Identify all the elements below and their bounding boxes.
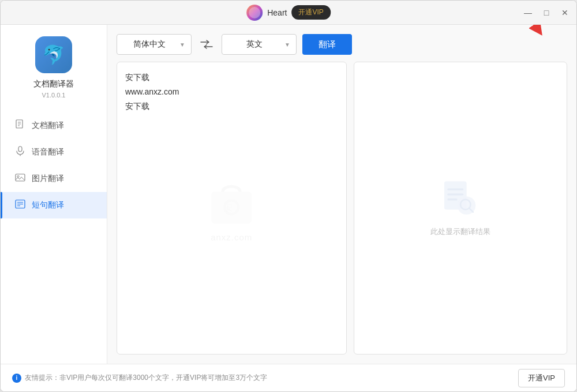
footer: i 友情提示：非VIP用户每次仅可翻译3000个文字，开通VIP将可增加至3万个… — [1, 364, 576, 391]
source-line-2: www.anxz.com — [125, 85, 338, 99]
maximize-button[interactable]: □ — [542, 8, 551, 17]
sidebar-item-image-translate-label: 图片翻译 — [32, 174, 64, 184]
target-lang-select[interactable]: 英文 ▼ — [222, 34, 297, 55]
svg-rect-17 — [447, 189, 463, 191]
avatar — [246, 5, 263, 21]
footer-vip-button[interactable]: 开通VIP — [518, 369, 565, 387]
svg-rect-4 — [18, 146, 22, 152]
watermark-text: anxz.com — [211, 232, 252, 242]
sidebar-item-short-translate[interactable]: 短句翻译 — [1, 192, 107, 218]
svg-rect-19 — [447, 198, 458, 201]
voice-translate-icon — [14, 146, 26, 159]
sidebar-item-doc-translate[interactable]: 文档翻译 — [1, 112, 107, 139]
source-line-1: 安下载 — [125, 70, 338, 85]
app-logo: 🐬 — [35, 36, 72, 73]
svg-point-14 — [224, 201, 238, 214]
result-placeholder-text: 此处显示翻译结果 — [430, 227, 490, 237]
source-lang-chevron-icon: ▼ — [179, 42, 185, 48]
source-lang-label: 简体中文 — [123, 39, 176, 50]
app-version: V1.0.0.1 — [42, 92, 66, 99]
translate-button[interactable]: 翻译 — [302, 34, 352, 55]
sidebar-item-voice-translate[interactable]: 语音翻译 — [1, 139, 107, 165]
target-lang-chevron-icon: ▼ — [284, 42, 290, 48]
sidebar-item-doc-translate-label: 文档翻译 — [32, 120, 64, 131]
svg-rect-6 — [16, 174, 25, 181]
sidebar: 🐬 文档翻译器 V1.0.0.1 文档翻译 — [1, 25, 107, 364]
svg-text:安: 安 — [224, 203, 233, 212]
source-text-panel[interactable]: 安下载 www.anxz.com 安下载 安 — [117, 62, 347, 355]
app-title: 文档翻译器 — [33, 79, 74, 89]
logo-icon: 🐬 — [42, 44, 65, 66]
sidebar-item-image-translate[interactable]: 图片翻译 — [1, 165, 107, 192]
nav-menu: 文档翻译 语音翻译 — [1, 112, 107, 218]
short-translate-icon — [14, 199, 26, 212]
toolbar: 简体中文 ▼ 英文 ▼ 翻译 — [117, 34, 567, 55]
result-panel: 此处显示翻译结果 — [354, 62, 568, 355]
info-icon: i — [12, 374, 21, 383]
svg-point-7 — [17, 176, 19, 178]
main-layout: 🐬 文档翻译器 V1.0.0.1 文档翻译 — [1, 25, 576, 364]
window-controls: — □ ✕ — [523, 8, 569, 17]
svg-rect-18 — [447, 194, 463, 196]
footer-tip: i 友情提示：非VIP用户每次仅可翻译3000个文字，开通VIP将可增加至3万个… — [12, 373, 267, 383]
sidebar-item-voice-translate-label: 语音翻译 — [32, 147, 64, 157]
user-section: Heart 开通VIP — [246, 5, 331, 21]
result-doc-icon — [440, 179, 481, 220]
watermark: 安 anxz.com — [203, 175, 260, 242]
close-button[interactable]: ✕ — [560, 8, 569, 17]
vip-button[interactable]: 开通VIP — [291, 5, 330, 20]
app-window: Heart 开通VIP — □ ✕ 🐬 文档翻译器 V1.0.0.1 — [0, 0, 577, 392]
watermark-bag-icon: 安 — [203, 175, 260, 233]
footer-tip-text: 友情提示：非VIP用户每次仅可翻译3000个文字，开通VIP将可增加至3万个文字 — [25, 373, 267, 383]
sidebar-item-short-translate-label: 短句翻译 — [32, 200, 64, 210]
doc-translate-icon — [14, 119, 26, 132]
swap-language-button[interactable] — [197, 35, 216, 54]
source-line-3: 安下载 — [125, 99, 338, 114]
source-lang-select[interactable]: 简体中文 ▼ — [117, 34, 192, 55]
target-lang-label: 英文 — [228, 39, 281, 50]
svg-rect-13 — [211, 192, 252, 224]
user-name-label: Heart — [267, 8, 287, 17]
translation-panels: 安下载 www.anxz.com 安下载 安 — [117, 62, 567, 355]
content-area: 简体中文 ▼ 英文 ▼ 翻译 — [107, 25, 576, 364]
active-indicator — [1, 192, 2, 218]
image-translate-icon — [14, 172, 26, 185]
titlebar: Heart 开通VIP — □ ✕ — [1, 1, 576, 25]
source-text-content: 安下载 www.anxz.com 安下载 — [125, 70, 338, 114]
minimize-button[interactable]: — — [523, 8, 533, 17]
arrow-annotation — [516, 25, 563, 39]
